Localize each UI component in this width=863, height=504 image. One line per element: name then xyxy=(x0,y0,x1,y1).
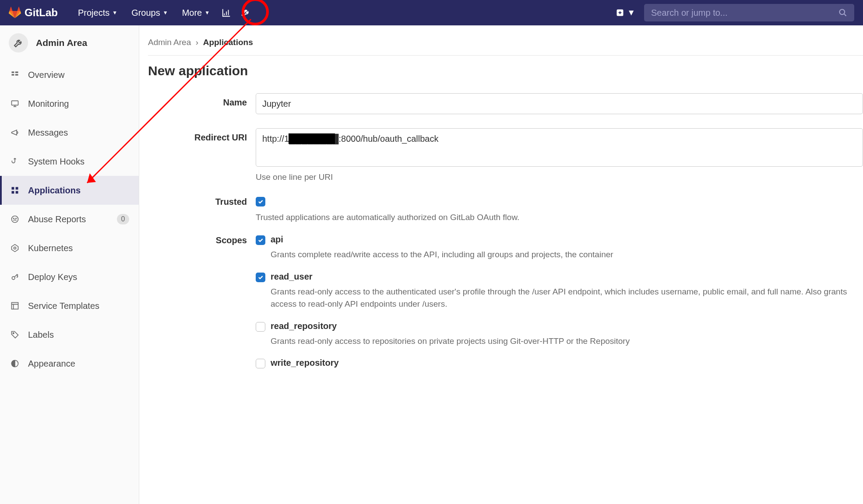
checkbox-scope-read-repository[interactable] xyxy=(256,322,265,332)
input-redirect-uri[interactable] xyxy=(256,128,863,167)
form-row-trusted: Trusted Trusted applications are automat… xyxy=(148,196,863,222)
page-title: New application xyxy=(148,63,863,78)
sidebar-item-label: Applications xyxy=(28,186,81,196)
sidebar-item-appearance[interactable]: Appearance xyxy=(0,349,139,378)
checkbox-scope-api[interactable] xyxy=(256,235,265,245)
svg-rect-8 xyxy=(12,101,18,105)
label-redirect-uri: Redirect URI xyxy=(148,128,256,143)
apps-icon xyxy=(10,185,20,196)
admin-area-avatar-icon xyxy=(9,33,28,52)
sidebar-title: Admin Area xyxy=(36,38,87,48)
nav-groups-label: Groups xyxy=(131,8,160,18)
sidebar-item-messages[interactable]: Messages xyxy=(0,118,139,147)
svg-point-18 xyxy=(12,276,15,280)
scope-desc: Grants complete read/write access to the… xyxy=(271,248,863,261)
svg-point-1 xyxy=(840,10,845,15)
sidebar-item-label: Monitoring xyxy=(28,99,69,109)
form-row-scopes: Scopes api Grants complete read/write ac… xyxy=(148,234,863,379)
svg-rect-12 xyxy=(16,191,18,194)
form-row-redirect-uri: Redirect URI Use one line per URI xyxy=(148,128,863,182)
scope-read-repository: read_repository Grants read-only access … xyxy=(256,321,863,348)
svg-rect-9 xyxy=(12,187,14,190)
breadcrumb-root[interactable]: Admin Area xyxy=(148,38,191,47)
svg-point-15 xyxy=(16,218,17,219)
chevron-down-icon: ▼ xyxy=(204,10,210,16)
brand-logo[interactable]: GitLab xyxy=(9,7,58,19)
label-trusted: Trusted xyxy=(148,196,256,207)
hook-icon xyxy=(10,156,20,167)
sidebar-item-overview[interactable]: Overview xyxy=(0,60,139,89)
template-icon xyxy=(10,301,20,311)
svg-rect-7 xyxy=(15,74,18,75)
breadcrumb: Admin Area › Applications xyxy=(148,38,863,56)
hint-redirect-uri: Use one line per URI xyxy=(256,172,863,182)
sidebar-item-label: Abuse Reports xyxy=(28,214,86,224)
label-name: Name xyxy=(148,93,256,108)
breadcrumb-sep: › xyxy=(196,38,198,47)
nav-projects[interactable]: Projects ▼ xyxy=(71,8,124,18)
input-name[interactable] xyxy=(256,93,863,114)
scope-desc: Grants read-only access to the authentic… xyxy=(271,286,863,311)
search-input[interactable] xyxy=(651,8,838,18)
breadcrumb-current: Applications xyxy=(203,38,253,47)
sidebar-item-monitoring[interactable]: Monitoring xyxy=(0,89,139,118)
sidebar-item-service-templates[interactable]: Service Templates xyxy=(0,291,139,320)
sidebar-item-kubernetes[interactable]: Kubernetes xyxy=(0,234,139,262)
scope-name: api xyxy=(271,234,283,245)
sidebar-item-labels[interactable]: Labels xyxy=(0,320,139,349)
main-content: Admin Area › Applications New applicatio… xyxy=(139,25,863,504)
badge-count: 0 xyxy=(117,214,129,224)
nav-groups[interactable]: Groups ▼ xyxy=(124,8,175,18)
svg-point-17 xyxy=(14,247,16,249)
hint-trusted: Trusted applications are automatically a… xyxy=(256,213,863,222)
checkbox-scope-write-repository[interactable] xyxy=(256,359,265,368)
scope-name: read_repository xyxy=(271,321,337,331)
svg-rect-11 xyxy=(12,191,14,194)
sidebar-item-deploy-keys[interactable]: Deploy Keys xyxy=(0,262,139,291)
nav-projects-label: Projects xyxy=(78,8,109,18)
svg-rect-10 xyxy=(16,187,18,190)
nav-activity-icon[interactable] xyxy=(217,3,236,22)
svg-marker-16 xyxy=(12,245,18,252)
face-sad-icon xyxy=(10,214,20,224)
scope-api: api Grants complete read/write access to… xyxy=(256,234,863,261)
search-box[interactable] xyxy=(644,4,854,21)
megaphone-icon xyxy=(10,127,20,138)
svg-point-14 xyxy=(14,218,14,219)
sidebar-item-system-hooks[interactable]: System Hooks xyxy=(0,147,139,176)
key-icon xyxy=(10,272,20,282)
search-icon xyxy=(838,8,847,17)
nav-new-button[interactable]: ▼ xyxy=(616,8,635,18)
svg-rect-4 xyxy=(12,72,14,73)
svg-point-13 xyxy=(12,216,18,223)
chevron-down-icon: ▼ xyxy=(112,10,117,16)
scope-desc: Grants read-only access to repositories … xyxy=(271,335,863,348)
kubernetes-icon xyxy=(10,243,20,253)
redaction-block xyxy=(289,133,335,144)
sidebar-item-label: Deploy Keys xyxy=(28,272,77,282)
chevron-down-icon: ▼ xyxy=(163,10,168,16)
svg-rect-19 xyxy=(12,303,18,309)
sidebar-item-label: Kubernetes xyxy=(28,243,73,253)
sidebar-item-label: Labels xyxy=(28,330,54,340)
sidebar-item-label: Messages xyxy=(28,128,68,138)
dashboard-icon xyxy=(10,70,20,80)
gitlab-logo-icon xyxy=(9,7,21,19)
sidebar-item-applications[interactable]: Applications xyxy=(0,176,139,205)
plus-square-icon xyxy=(616,8,624,17)
nav-more-label: More xyxy=(182,8,202,18)
checkbox-trusted[interactable] xyxy=(256,197,265,206)
scope-name: write_repository xyxy=(271,358,339,368)
appearance-icon xyxy=(10,358,20,369)
checkbox-scope-read-user[interactable] xyxy=(256,273,265,282)
nav-more[interactable]: More ▼ xyxy=(175,8,217,18)
svg-rect-5 xyxy=(12,74,14,75)
top-nav: GitLab Projects ▼ Groups ▼ More ▼ ▼ xyxy=(0,0,863,25)
sidebar-item-label: System Hooks xyxy=(28,157,85,167)
sidebar-header: Admin Area xyxy=(0,25,139,60)
tag-icon xyxy=(10,329,20,340)
scope-name: read_user xyxy=(271,272,313,282)
nav-admin-wrench-icon[interactable] xyxy=(236,3,255,22)
sidebar-item-abuse-reports[interactable]: Abuse Reports 0 xyxy=(0,205,139,234)
form-row-name: Name xyxy=(148,93,863,114)
